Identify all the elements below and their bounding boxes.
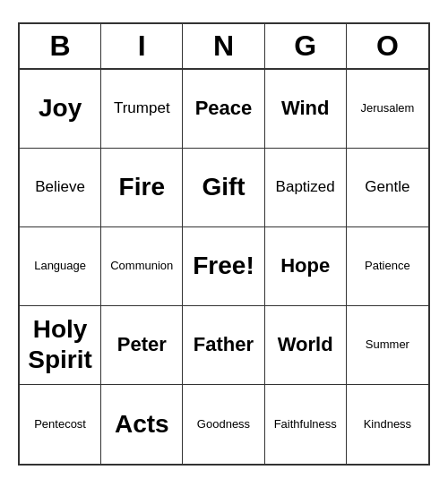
header-letter: B: [20, 24, 101, 68]
bingo-cell[interactable]: Jerusalem: [347, 70, 428, 149]
cell-text: Gentle: [365, 178, 409, 196]
bingo-cell[interactable]: Free!: [183, 227, 264, 306]
cell-text: Wind: [281, 97, 330, 120]
header-letter: N: [183, 24, 264, 68]
cell-text: Pentecost: [34, 417, 86, 431]
cell-text: Holy Spirit: [25, 314, 95, 374]
cell-text: Baptized: [276, 178, 335, 196]
bingo-cell[interactable]: World: [265, 306, 347, 385]
bingo-cell[interactable]: Kindness: [347, 385, 428, 464]
bingo-cell[interactable]: Acts: [101, 385, 183, 464]
cell-text: Patience: [365, 259, 410, 273]
cell-text: Gift: [202, 172, 245, 202]
bingo-cell[interactable]: Peace: [183, 70, 264, 149]
cell-text: Peace: [195, 97, 253, 120]
bingo-cell[interactable]: Pentecost: [20, 385, 101, 464]
bingo-cell[interactable]: Summer: [347, 306, 428, 385]
bingo-cell[interactable]: Patience: [347, 227, 428, 306]
cell-text: Kindness: [364, 417, 411, 431]
bingo-cell[interactable]: Father: [183, 306, 264, 385]
cell-text: Hope: [280, 254, 330, 278]
bingo-cell[interactable]: Wind: [265, 70, 347, 149]
cell-text: Joy: [39, 93, 82, 124]
cell-text: Faithfulness: [274, 417, 337, 431]
cell-text: Believe: [35, 178, 85, 196]
bingo-cell[interactable]: Communion: [101, 227, 183, 306]
bingo-grid: JoyTrumpetPeaceWindJerusalemBelieveFireG…: [20, 70, 428, 464]
cell-text: Father: [194, 333, 254, 356]
cell-text: World: [278, 333, 333, 356]
bingo-cell[interactable]: Joy: [20, 70, 101, 149]
bingo-cell[interactable]: Goodness: [183, 385, 264, 464]
cell-text: Fire: [119, 172, 165, 202]
bingo-cell[interactable]: Hope: [265, 227, 347, 306]
bingo-cell[interactable]: Faithfulness: [265, 385, 347, 464]
header-letter: G: [265, 24, 347, 68]
cell-text: Summer: [366, 337, 409, 352]
bingo-cell[interactable]: Trumpet: [101, 70, 183, 149]
bingo-cell[interactable]: Peter: [101, 306, 183, 385]
cell-text: Goodness: [197, 417, 250, 431]
header-letter: O: [347, 24, 428, 68]
cell-text: Acts: [115, 409, 169, 440]
cell-text: Free!: [193, 251, 254, 281]
bingo-cell[interactable]: Holy Spirit: [20, 306, 101, 385]
cell-text: Jerusalem: [360, 101, 414, 115]
bingo-cell[interactable]: Gift: [183, 149, 264, 227]
bingo-card: BINGO JoyTrumpetPeaceWindJerusalemBeliev…: [18, 22, 430, 466]
bingo-cell[interactable]: Believe: [20, 149, 101, 227]
bingo-cell[interactable]: Gentle: [347, 149, 428, 227]
cell-text: Communion: [110, 259, 173, 273]
bingo-cell[interactable]: Baptized: [265, 149, 347, 227]
bingo-header: BINGO: [20, 24, 428, 70]
bingo-cell[interactable]: Fire: [101, 149, 183, 227]
cell-text: Language: [34, 259, 86, 273]
bingo-cell[interactable]: Language: [20, 227, 101, 306]
header-letter: I: [101, 24, 183, 68]
cell-text: Peter: [117, 333, 167, 356]
cell-text: Trumpet: [114, 99, 170, 117]
